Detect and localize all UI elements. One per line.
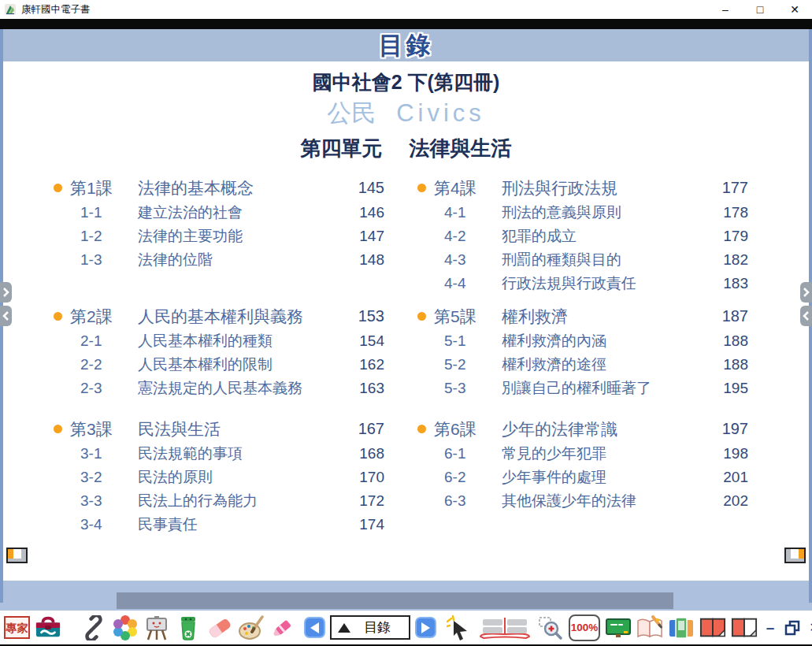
window-close-button[interactable]: ✕	[777, 0, 812, 19]
cursor-icon[interactable]	[446, 614, 473, 641]
sub-num: 6-3	[444, 492, 502, 510]
subject-en: Civics	[396, 99, 485, 128]
sub-title[interactable]: 常見的少年犯罪	[502, 444, 712, 464]
chalkboard-icon[interactable]	[605, 614, 632, 641]
open-book-icon[interactable]	[477, 614, 532, 641]
right-edge-prev-arrow-icon[interactable]	[800, 306, 812, 326]
eraser-icon[interactable]	[206, 614, 233, 641]
sub-title[interactable]: 權利救濟的內涵	[502, 331, 712, 351]
unit-title: 第四單元 法律與生活	[0, 134, 812, 162]
sub-title[interactable]: 刑罰的種類與目的	[502, 250, 712, 270]
window-minimize-button[interactable]: –	[708, 0, 743, 19]
next-page-button[interactable]	[415, 617, 436, 638]
toc-sub-row[interactable]: 3-1 民法規範的事項 168	[54, 442, 384, 466]
page-title: 目錄	[379, 29, 434, 62]
sub-title[interactable]: 少年事件的處理	[502, 467, 712, 488]
highlighter-icon[interactable]	[269, 614, 296, 641]
sub-title[interactable]: 民法規範的事項	[138, 444, 348, 464]
sub-title[interactable]: 建立法治的社會	[138, 202, 348, 223]
toc-sub-row[interactable]: 1-2 法律的主要功能 147	[54, 225, 384, 248]
toc-lesson-row[interactable]: 第2課 人民的基本權利與義務 153	[54, 303, 384, 329]
sub-title[interactable]: 民法的原則	[138, 467, 348, 488]
bullet-icon	[54, 184, 62, 192]
sub-title[interactable]: 別讓自己的權利睡著了	[502, 378, 712, 399]
toc-sub-row[interactable]: 4-1 刑法的意義與原則 178	[417, 201, 748, 225]
palette-icon[interactable]	[238, 614, 265, 641]
toc-sub-row[interactable]: 2-3 憲法規定的人民基本義務 163	[54, 377, 384, 400]
sub-page: 179	[712, 228, 748, 245]
page-corner-right-button[interactable]	[784, 548, 806, 566]
lesson-title[interactable]: 權利救濟	[502, 306, 712, 328]
notebook-icon[interactable]	[636, 614, 663, 641]
toc-sub-row[interactable]: 3-4 民事責任 174	[54, 513, 384, 536]
right-edge-next-arrow-icon[interactable]	[800, 282, 812, 303]
lesson-page: 145	[348, 179, 384, 197]
sub-title[interactable]: 法律的位階	[138, 250, 348, 270]
toc-sub-row[interactable]: 6-3 其他保護少年的法律 202	[417, 489, 748, 513]
toc-sub-row[interactable]: 4-4 行政法規與行政責任 183	[417, 272, 748, 295]
toc-sub-row[interactable]: 3-2 民法的原則 170	[54, 466, 384, 489]
sub-title[interactable]: 刑法的意義與原則	[502, 202, 712, 223]
toc-sub-row[interactable]: 2-1 人民基本權利的種類 154	[54, 329, 384, 353]
link-icon[interactable]	[80, 614, 107, 641]
lesson-title[interactable]: 民法與生活	[138, 418, 348, 440]
expert-mode-button-left[interactable]: 專家	[4, 616, 30, 639]
lesson-title[interactable]: 少年的法律常識	[502, 418, 712, 440]
sub-title[interactable]: 行政法規與行政責任	[502, 273, 712, 294]
easel-icon[interactable]	[143, 614, 170, 641]
sub-title[interactable]: 民法上的行為能力	[138, 491, 348, 511]
toc-sub-row[interactable]: 5-1 權利救濟的內涵 188	[417, 329, 748, 353]
bullet-icon	[54, 312, 62, 321]
lesson-title[interactable]: 刑法與行政法規	[502, 177, 712, 199]
toc-section-4: 第4課 刑法與行政法規 177 4-1 刑法的意義與原則 178 4-2 犯罪的…	[417, 175, 748, 295]
sub-title[interactable]: 民事責任	[138, 514, 348, 535]
toc-lesson-row[interactable]: 第4課 刑法與行政法規 177	[417, 175, 748, 201]
toc-lesson-row[interactable]: 第6課 少年的法律常識 197	[417, 416, 748, 442]
sub-title[interactable]: 人民基本權利的限制	[138, 355, 348, 375]
sub-title[interactable]: 憲法規定的人民基本義務	[138, 378, 348, 399]
sub-title[interactable]: 權利救濟的途徑	[502, 355, 712, 375]
toc-sub-row[interactable]: 6-2 少年事件的處理 201	[417, 466, 748, 489]
sub-num: 4-3	[444, 251, 502, 269]
toc-lesson-row[interactable]: 第5課 權利救濟 187	[417, 303, 748, 329]
toc-sub-row[interactable]: 6-1 常見的少年犯罪 198	[417, 442, 748, 466]
toc-lesson-row[interactable]: 第3課 民法與生活 167	[54, 416, 384, 442]
cards-icon[interactable]	[668, 614, 695, 641]
left-edge-prev-arrow-icon[interactable]	[0, 306, 12, 326]
toc-sub-row[interactable]: 3-3 民法上的行為能力 172	[54, 489, 384, 513]
sub-page: 148	[348, 251, 384, 269]
prev-page-button[interactable]	[304, 617, 325, 638]
page-scrollbar[interactable]	[117, 592, 673, 609]
zoom-area-icon[interactable]	[537, 614, 564, 641]
toc-sub-row[interactable]: 4-2 犯罪的成立 179	[417, 225, 748, 248]
toc-sub-row[interactable]: 1-3 法律的位階 148	[54, 248, 384, 272]
toc-sub-row[interactable]: 5-3 別讓自己的權利睡著了 195	[417, 377, 748, 400]
toolbar-restore-button[interactable]	[783, 614, 802, 641]
pinwheel-icon[interactable]	[112, 614, 139, 641]
trash-icon[interactable]	[175, 614, 202, 641]
toc-sub-row[interactable]: 4-3 刑罰的種類與目的 182	[417, 248, 748, 272]
toc-sub-row[interactable]: 2-2 人民基本權利的限制 162	[54, 353, 384, 377]
sub-page: 198	[712, 445, 748, 462]
toolbar-minimize-button[interactable]: –	[762, 619, 778, 637]
left-edge-next-arrow-icon[interactable]	[0, 282, 12, 303]
window-maximize-button[interactable]: □	[743, 0, 777, 19]
sub-title[interactable]: 法律的主要功能	[138, 226, 348, 247]
sub-num: 5-2	[444, 356, 502, 373]
zoom-level-button[interactable]: 100%	[569, 614, 600, 641]
lesson-title[interactable]: 法律的基本概念	[138, 177, 348, 199]
toc-sub-row[interactable]: 1-1 建立法治的社會 146	[54, 201, 384, 225]
two-page-view-icon[interactable]	[699, 614, 726, 641]
one-page-view-icon[interactable]	[731, 614, 758, 641]
toolbox-icon[interactable]	[35, 614, 61, 641]
toc-sub-row[interactable]: 5-2 權利救濟的途徑 188	[417, 353, 748, 377]
page-corner-left-button[interactable]	[6, 548, 28, 566]
sub-title[interactable]: 人民基本權利的種類	[138, 331, 348, 351]
lesson-title[interactable]: 人民的基本權利與義務	[138, 306, 348, 328]
toc-lesson-row[interactable]: 第1課 法律的基本概念 145	[54, 175, 384, 201]
sub-title[interactable]: 犯罪的成立	[502, 226, 712, 247]
toolbar-close-button[interactable]: ✕	[806, 620, 812, 635]
sub-page: 202	[712, 492, 748, 510]
sub-title[interactable]: 其他保護少年的法律	[502, 491, 712, 511]
page-indicator-button[interactable]: 目錄	[330, 615, 410, 640]
